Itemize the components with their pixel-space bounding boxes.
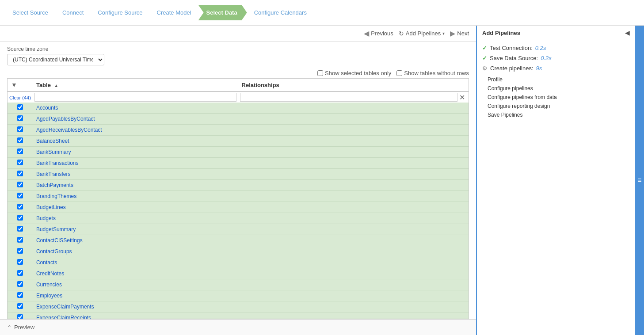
pipeline-time-save: 0.2s xyxy=(541,55,552,61)
row-checkbox[interactable] xyxy=(17,270,23,276)
row-checkbox[interactable] xyxy=(17,226,23,232)
row-relationships xyxy=(238,136,469,147)
row-table-name[interactable]: Employees xyxy=(33,290,238,301)
row-table-name[interactable]: AgedPayablesByContact xyxy=(33,114,238,125)
row-table-name[interactable]: ContactGroups xyxy=(33,246,238,257)
pipeline-label-create: Create pipelines: xyxy=(490,65,533,72)
row-table-name[interactable]: BatchPayments xyxy=(33,180,238,191)
row-table-name[interactable]: ExpenseClaimReceipts xyxy=(33,312,238,320)
main-container: ◀ Previous ↻ Add Pipelines ▾ ▶ Next Sour… xyxy=(0,26,644,335)
show-selected-checkbox[interactable] xyxy=(317,70,323,76)
vertical-handle[interactable]: ≡ xyxy=(635,26,644,335)
row-checkbox[interactable] xyxy=(17,204,23,209)
row-checkbox[interactable] xyxy=(17,160,23,165)
table-row: Accounts xyxy=(8,103,469,114)
col-header-table[interactable]: Table ▲ xyxy=(33,79,238,91)
row-table-name[interactable]: BankTransactions xyxy=(33,158,238,169)
row-checkbox[interactable] xyxy=(17,137,23,143)
row-table-name[interactable]: BankSummary xyxy=(33,147,238,158)
row-checkbox[interactable] xyxy=(17,292,23,298)
sort-asc-icon: ▲ xyxy=(54,83,58,88)
nav-step-configure-source[interactable]: Configure Source xyxy=(91,6,149,19)
timezone-label: Source time zone xyxy=(7,46,469,52)
clear-button[interactable]: Clear (44) xyxy=(9,95,31,100)
filter-relationships-cell: ✕ xyxy=(238,92,469,103)
table-row: Currencies xyxy=(8,279,469,290)
filter-clear-cell: Clear (44) xyxy=(8,91,33,103)
pipeline-item-save-data: ✓ Save Data Source: 0.2s xyxy=(482,55,630,61)
col-header-relationships[interactable]: Relationships xyxy=(238,79,469,91)
preview-bar[interactable]: ⌃ Preview xyxy=(0,319,476,335)
row-relationships xyxy=(238,235,469,246)
row-checkbox[interactable] xyxy=(17,248,23,254)
row-table-name[interactable]: BalanceSheet xyxy=(33,136,238,147)
row-relationships xyxy=(238,169,469,180)
preview-collapse-icon: ⌃ xyxy=(7,324,11,331)
row-checkbox[interactable] xyxy=(17,126,23,132)
show-without-rows-checkbox[interactable] xyxy=(396,70,402,76)
pipeline-link-configure-from-data[interactable]: Configure pipelines from data xyxy=(482,93,630,102)
row-checkbox[interactable] xyxy=(17,182,23,187)
row-check-cell xyxy=(8,180,33,191)
row-check-cell xyxy=(8,191,33,202)
row-checkbox[interactable] xyxy=(17,148,23,154)
row-table-name[interactable]: Budgets xyxy=(33,213,238,224)
row-table-name[interactable]: Contacts xyxy=(33,257,238,268)
row-check-cell xyxy=(8,147,33,158)
relationships-filter-input[interactable] xyxy=(240,93,457,102)
row-table-name[interactable]: BudgetLines xyxy=(33,202,238,213)
row-table-name[interactable]: CreditNotes xyxy=(33,268,238,279)
nav-step-connect[interactable]: Connect xyxy=(55,6,91,19)
add-pipelines-button[interactable]: ↻ Add Pipelines ▾ xyxy=(399,30,445,37)
col-table-label: Table xyxy=(36,82,51,88)
table-row: ContactGroups xyxy=(8,246,469,257)
row-checkbox[interactable] xyxy=(17,237,23,243)
pipeline-link-configure-pipelines[interactable]: Configure pipelines xyxy=(482,84,630,93)
row-checkbox[interactable] xyxy=(17,171,23,176)
table-row: Budgets xyxy=(8,213,469,224)
row-checkbox[interactable] xyxy=(17,281,23,287)
previous-button[interactable]: ◀ Previous xyxy=(364,29,393,38)
preview-label: Preview xyxy=(14,324,34,331)
next-button[interactable]: ▶ Next xyxy=(450,29,469,38)
pipeline-link-save-pipelines[interactable]: Save Pipelines xyxy=(482,110,630,119)
show-without-rows-label[interactable]: Show tables without rows xyxy=(396,70,469,76)
row-table-name[interactable]: ExpenseClaimPayments xyxy=(33,301,238,312)
row-relationships xyxy=(238,125,469,136)
row-relationships xyxy=(238,114,469,125)
table-filter-input[interactable] xyxy=(34,93,236,102)
row-table-name[interactable]: BankTransfers xyxy=(33,169,238,180)
row-relationships xyxy=(238,224,469,235)
row-table-name[interactable]: BudgetSummary xyxy=(33,224,238,235)
row-checkbox[interactable] xyxy=(17,115,23,121)
row-table-name[interactable]: AgedReceivablesByContact xyxy=(33,125,238,136)
row-checkbox[interactable] xyxy=(17,303,23,309)
row-checkbox[interactable] xyxy=(17,314,23,319)
row-table-name[interactable]: Accounts xyxy=(33,103,238,114)
row-relationships xyxy=(238,268,469,279)
row-checkbox[interactable] xyxy=(17,259,23,265)
vertical-handle-button[interactable]: ≡ xyxy=(637,176,641,184)
pipeline-link-profile[interactable]: Profile xyxy=(482,75,630,84)
pipeline-link-configure-reporting[interactable]: Configure reporting design xyxy=(482,102,630,110)
row-checkbox[interactable] xyxy=(17,215,23,221)
row-table-name[interactable]: Currencies xyxy=(33,279,238,290)
nav-step-create-model[interactable]: Create Model xyxy=(150,6,198,19)
nav-step-select-source[interactable]: Select Source xyxy=(5,6,55,19)
row-check-cell xyxy=(8,213,33,224)
row-checkbox[interactable] xyxy=(17,104,23,110)
filter-clear-icon[interactable]: ✕ xyxy=(457,93,467,102)
previous-label: Previous xyxy=(371,30,393,37)
panel-collapse-button[interactable]: ◀ xyxy=(625,29,630,36)
row-table-name[interactable]: BrandingThemes xyxy=(33,191,238,202)
row-table-name[interactable]: ContactCISSettings xyxy=(33,235,238,246)
row-checkbox[interactable] xyxy=(17,193,23,198)
row-relationships xyxy=(238,213,469,224)
check-icon-save: ✓ xyxy=(482,55,487,61)
table-row: CreditNotes xyxy=(8,268,469,279)
previous-arrow-icon: ◀ xyxy=(364,29,369,38)
nav-step-configure-calendars[interactable]: Configure Calendars xyxy=(247,6,314,19)
show-selected-label[interactable]: Show selected tables only xyxy=(317,70,391,76)
nav-step-select-data[interactable]: Select Data xyxy=(198,5,247,20)
timezone-select[interactable]: (UTC) Coordinated Universal Time xyxy=(7,54,104,65)
